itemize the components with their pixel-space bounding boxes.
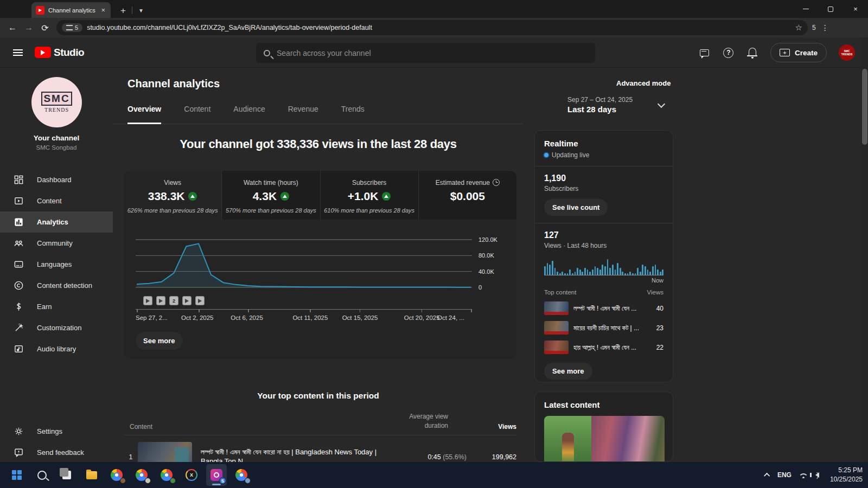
average-view-duration-cell: 0:45 (55.6%): [401, 453, 467, 461]
sidebar-item-send-feedback[interactable]: Send feedback: [0, 442, 113, 463]
tab-content[interactable]: Content: [184, 105, 210, 124]
taskbar-pinned-app-active[interactable]: 5: [206, 464, 227, 486]
tab-overview[interactable]: Overview: [127, 105, 161, 124]
taskbar-chrome-profile-2[interactable]: [131, 464, 152, 486]
realtime-see-more-button[interactable]: See more: [544, 363, 592, 380]
create-video-icon: +: [780, 49, 790, 56]
sidebar-item-community[interactable]: Community: [0, 233, 113, 254]
sidebar-item-dashboard[interactable]: Dashboard: [0, 169, 113, 190]
tab-list-chevron-icon[interactable]: ▼: [136, 4, 146, 17]
realtime-subscribers-label: Subscribers: [544, 185, 663, 192]
forward-button[interactable]: →: [21, 20, 37, 36]
trend-up-icon: [188, 192, 197, 201]
x-axis-tick: Oct 15, 2025: [342, 314, 378, 321]
scrollbar-thumb[interactable]: [862, 69, 867, 145]
language-indicator[interactable]: ENG: [777, 471, 792, 479]
search-input[interactable]: [277, 49, 588, 57]
folder-icon: [86, 471, 97, 479]
advanced-mode-button[interactable]: Advanced mode: [616, 79, 671, 87]
taskbar-file-explorer[interactable]: [81, 464, 102, 486]
page-scrollbar[interactable]: [861, 37, 868, 462]
taskbar-chrome-profile-4[interactable]: [231, 464, 252, 486]
url-text[interactable]: studio.youtube.com/channel/UCLj0lvLfZIXZ…: [87, 24, 790, 31]
taskbar-start[interactable]: [7, 464, 27, 486]
taskbar-chrome-profile-3[interactable]: [156, 464, 177, 486]
channel-avatar[interactable]: SMC TRENDS: [31, 77, 82, 127]
windows-start-icon: [12, 470, 22, 480]
back-button[interactable]: ←: [4, 20, 21, 36]
sidebar-item-content-detection[interactable]: Content detection: [0, 275, 113, 296]
wifi-icon[interactable]: [799, 472, 808, 478]
taskbar-browser-x[interactable]: X: [181, 464, 202, 486]
metric-tab-subscribers[interactable]: Subscribers+1.0K610% more than previous …: [320, 171, 418, 220]
dashboard-icon: [13, 175, 24, 185]
tab-audience[interactable]: Audience: [233, 105, 265, 124]
column-average-view-duration: Average view duration: [399, 412, 448, 431]
trend-up-icon: [280, 192, 289, 201]
x-axis-tick: Oct 20, 2025: [404, 314, 440, 321]
taskbar-clock[interactable]: 5:25 PM 10/25/2025: [830, 466, 863, 485]
line-chart-svg: [136, 233, 472, 294]
sidebar-item-content[interactable]: Content: [0, 190, 113, 211]
window-close-button[interactable]: ×: [843, 0, 868, 18]
volume-icon[interactable]: [815, 472, 819, 478]
audio-icon: [13, 344, 24, 355]
sidebar-item-analytics[interactable]: Analytics: [0, 211, 113, 233]
column-content: Content: [130, 423, 152, 431]
sidebar-item-earn[interactable]: Earn: [0, 296, 113, 317]
sidebar-item-languages[interactable]: Languages: [0, 254, 113, 275]
taskbar-chrome-profile-1[interactable]: [106, 464, 127, 486]
site-settings-icon: [66, 25, 73, 30]
realtime-content-row[interactable]: লম্পট স্বামী ! এমন স্বামী যেন ...40: [544, 301, 663, 315]
tab-close-icon[interactable]: ×: [100, 6, 106, 14]
latest-content-card: Latest content: [534, 391, 673, 462]
hamburger-menu-icon[interactable]: [13, 49, 23, 56]
browser-tab[interactable]: Channel analytics - YouTube Stu ×: [31, 2, 111, 18]
help-icon[interactable]: ?: [723, 47, 735, 59]
analytics-main: Channel analytics Advanced mode Overview…: [113, 68, 851, 462]
taskbar-search[interactable]: [31, 464, 52, 486]
tray-chevron-up-icon[interactable]: [764, 473, 770, 479]
video-marker-icon[interactable]: [182, 296, 192, 305]
tab-trends[interactable]: Trends: [341, 105, 365, 124]
y-axis-tick: 40.0K: [478, 268, 494, 275]
tabs-divider: [113, 124, 524, 124]
page-title: Channel analytics: [127, 78, 220, 90]
see-live-count-button[interactable]: See live count: [544, 199, 608, 216]
studio-brand[interactable]: Studio: [54, 47, 84, 59]
taskbar-task-view[interactable]: [56, 464, 77, 486]
youtube-logo-icon[interactable]: [35, 47, 51, 58]
bookmark-star-icon[interactable]: ☆: [795, 23, 802, 33]
browser-menu-icon[interactable]: ⋮: [821, 23, 829, 32]
video-marker-icon[interactable]: [195, 296, 205, 305]
url-bar[interactable]: 5 studio.youtube.com/channel/UCLj0lvLfZI…: [56, 20, 808, 35]
channel-search[interactable]: [256, 43, 595, 63]
sidebar-item-audio-library[interactable]: Audio library: [0, 338, 113, 359]
desktop-screen: Channel analytics - YouTube Stu × + ▼ × …: [0, 0, 868, 488]
new-tab-button[interactable]: +: [117, 4, 130, 17]
window-restore-button[interactable]: [818, 0, 843, 18]
see-more-button[interactable]: See more: [136, 332, 183, 350]
notifications-bell-icon[interactable]: [746, 47, 758, 59]
account-avatar[interactable]: SMCTRENDS: [839, 44, 855, 61]
reload-button[interactable]: ⟳: [37, 20, 53, 36]
video-marker-count[interactable]: 2: [169, 296, 178, 305]
metric-tab-watch-time-hours-[interactable]: Watch time (hours)4.3K570% more than pre…: [221, 171, 320, 220]
windows-taskbar: X5 ENG 5:25 PM 10/25/2025: [0, 462, 868, 488]
feedback-icon[interactable]: [699, 47, 711, 59]
video-marker-icon[interactable]: [156, 296, 165, 305]
realtime-content-row[interactable]: মায়ের বয়সী চাচির সাথে কট | ...23: [544, 321, 663, 335]
latest-video-thumbnail[interactable]: [544, 416, 665, 462]
metric-tab-estimated-revenue[interactable]: Estimated revenue$0.005: [418, 171, 516, 220]
metric-tab-views[interactable]: Views338.3K626% more than previous 28 da…: [124, 171, 221, 220]
your-channel-label: Your channel: [0, 134, 113, 142]
sidebar-item-customization[interactable]: Customization: [0, 317, 113, 338]
realtime-content-row[interactable]: হায় আল্লাহ্ ! এমন স্বামী যেন ...22: [544, 341, 663, 354]
sidebar-item-settings[interactable]: Settings: [0, 421, 113, 442]
video-marker-icon[interactable]: [143, 296, 152, 305]
window-minimize-button[interactable]: [793, 0, 818, 18]
create-button[interactable]: + Create: [770, 43, 827, 62]
tab-revenue[interactable]: Revenue: [288, 105, 318, 124]
extension-count-badge[interactable]: 5: [812, 24, 816, 31]
site-info-chip[interactable]: 5: [62, 23, 82, 32]
